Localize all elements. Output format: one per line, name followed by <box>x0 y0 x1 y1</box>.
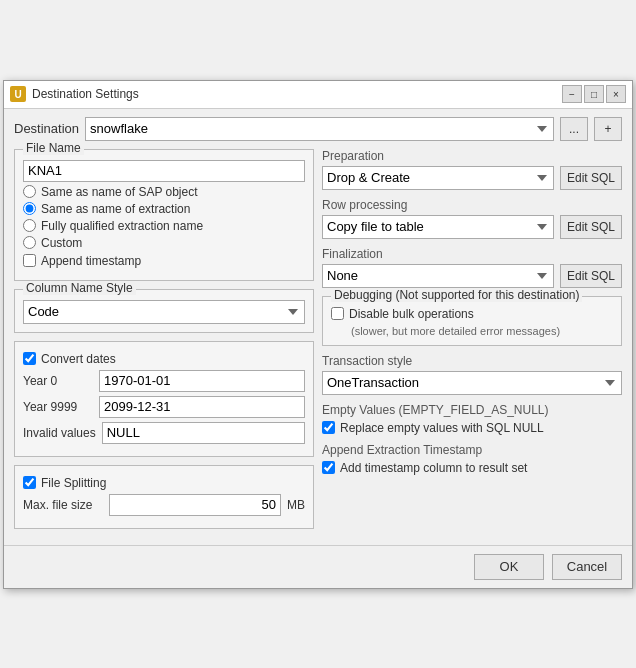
bottom-bar: OK Cancel <box>4 545 632 588</box>
radio-sap-row: Same as name of SAP object <box>23 185 305 199</box>
column-name-style-title: Column Name Style <box>23 281 136 295</box>
preparation-section: Preparation Drop & Create Create if not … <box>322 149 622 190</box>
finalization-row: None Custom Edit SQL <box>322 264 622 288</box>
debugging-title: Debugging (Not supported for this destin… <box>331 288 582 302</box>
cancel-button[interactable]: Cancel <box>552 554 622 580</box>
destination-select[interactable]: snowflake <box>85 117 554 141</box>
file-name-input[interactable] <box>23 160 305 182</box>
radio-extraction[interactable] <box>23 202 36 215</box>
append-timestamp-label: Append timestamp <box>41 254 141 268</box>
empty-values-section: Empty Values (EMPTY_FIELD_AS_NULL) Repla… <box>322 403 622 435</box>
file-splitting-row: File Splitting <box>23 476 305 490</box>
file-name-title: File Name <box>23 141 84 155</box>
radio-fully[interactable] <box>23 219 36 232</box>
year0-input[interactable] <box>99 370 305 392</box>
preparation-row: Drop & Create Create if not exists Trunc… <box>322 166 622 190</box>
maximize-button[interactable]: □ <box>584 85 604 103</box>
max-file-size-row: Max. file size MB <box>23 494 305 516</box>
file-splitting-checkbox[interactable] <box>23 476 36 489</box>
disable-bulk-checkbox[interactable] <box>331 307 344 320</box>
destination-settings-window: U Destination Settings − □ × Destination… <box>3 80 633 589</box>
file-splitting-group: File Splitting Max. file size MB <box>14 465 314 529</box>
finalization-section: Finalization None Custom Edit SQL <box>322 247 622 288</box>
app-icon: U <box>10 86 26 102</box>
ok-button[interactable]: OK <box>474 554 544 580</box>
replace-empty-label: Replace empty values with SQL NULL <box>340 421 544 435</box>
radio-fully-row: Fully qualified extraction name <box>23 219 305 233</box>
window-title: Destination Settings <box>32 87 562 101</box>
file-splitting-content: File Splitting Max. file size MB <box>23 476 305 516</box>
preparation-edit-sql-button[interactable]: Edit SQL <box>560 166 622 190</box>
transaction-style-select[interactable]: OneTransaction RowByRow <box>322 371 622 395</box>
finalization-title: Finalization <box>322 247 622 261</box>
convert-dates-label: Convert dates <box>41 352 116 366</box>
disable-bulk-row: Disable bulk operations <box>331 307 613 321</box>
left-panel: File Name Same as name of SAP object Sam… <box>14 149 314 537</box>
year9999-row: Year 9999 <box>23 396 305 418</box>
year9999-input[interactable] <box>99 396 305 418</box>
year0-row: Year 0 <box>23 370 305 392</box>
preparation-title: Preparation <box>322 149 622 163</box>
add-timestamp-row: Add timestamp column to result set <box>322 461 622 475</box>
year9999-label: Year 9999 <box>23 400 93 414</box>
transaction-style-section: Transaction style OneTransaction RowByRo… <box>322 354 622 395</box>
max-file-size-label: Max. file size <box>23 498 103 512</box>
column-name-style-content: Code Name Description <box>23 300 305 324</box>
add-timestamp-checkbox[interactable] <box>322 461 335 474</box>
convert-dates-checkbox[interactable] <box>23 352 36 365</box>
transaction-style-title: Transaction style <box>322 354 622 368</box>
column-name-style-group: Column Name Style Code Name Description <box>14 289 314 333</box>
file-name-content: Same as name of SAP object Same as name … <box>23 160 305 268</box>
row-processing-edit-sql-button[interactable]: Edit SQL <box>560 215 622 239</box>
file-size-input[interactable] <box>109 494 281 516</box>
destination-label: Destination <box>14 121 79 136</box>
row-processing-row: Copy file to table Insert Merge Edit SQL <box>322 215 622 239</box>
disable-bulk-label: Disable bulk operations <box>349 307 474 321</box>
row-processing-section: Row processing Copy file to table Insert… <box>322 198 622 239</box>
plus-button[interactable]: + <box>594 117 622 141</box>
destination-row: Destination snowflake ... + <box>14 117 622 141</box>
radio-sap[interactable] <box>23 185 36 198</box>
invalid-label: Invalid values <box>23 426 96 440</box>
replace-empty-row: Replace empty values with SQL NULL <box>322 421 622 435</box>
radio-fully-label: Fully qualified extraction name <box>41 219 203 233</box>
debug-note: (slower, but more detailed error message… <box>351 325 613 337</box>
year0-label: Year 0 <box>23 374 93 388</box>
append-extraction-section: Append Extraction Timestamp Add timestam… <box>322 443 622 475</box>
column-name-style-select[interactable]: Code Name Description <box>23 300 305 324</box>
minimize-button[interactable]: − <box>562 85 582 103</box>
invalid-input[interactable] <box>102 422 305 444</box>
convert-dates-content: Convert dates Year 0 Year 9999 Invalid v… <box>23 352 305 444</box>
radio-custom-label: Custom <box>41 236 82 250</box>
radio-extraction-label: Same as name of extraction <box>41 202 190 216</box>
debugging-content: Disable bulk operations (slower, but mor… <box>331 307 613 337</box>
titlebar: U Destination Settings − □ × <box>4 81 632 109</box>
convert-dates-group: Convert dates Year 0 Year 9999 Invalid v… <box>14 341 314 457</box>
append-extraction-title: Append Extraction Timestamp <box>322 443 622 457</box>
append-timestamp-checkbox[interactable] <box>23 254 36 267</box>
row-processing-select[interactable]: Copy file to table Insert Merge <box>322 215 554 239</box>
radio-custom[interactable] <box>23 236 36 249</box>
file-name-group: File Name Same as name of SAP object Sam… <box>14 149 314 281</box>
finalization-select[interactable]: None Custom <box>322 264 554 288</box>
right-panel: Preparation Drop & Create Create if not … <box>322 149 622 537</box>
titlebar-controls: − □ × <box>562 85 626 103</box>
file-splitting-label: File Splitting <box>41 476 106 490</box>
preparation-select[interactable]: Drop & Create Create if not exists Trunc… <box>322 166 554 190</box>
radio-sap-label: Same as name of SAP object <box>41 185 198 199</box>
replace-empty-checkbox[interactable] <box>322 421 335 434</box>
close-button[interactable]: × <box>606 85 626 103</box>
append-timestamp-row: Append timestamp <box>23 254 305 268</box>
add-timestamp-label: Add timestamp column to result set <box>340 461 527 475</box>
debugging-group: Debugging (Not supported for this destin… <box>322 296 622 346</box>
main-content: Destination snowflake ... + File Name Sa <box>4 109 632 545</box>
finalization-edit-sql-button[interactable]: Edit SQL <box>560 264 622 288</box>
main-panels: File Name Same as name of SAP object Sam… <box>14 149 622 537</box>
radio-extraction-row: Same as name of extraction <box>23 202 305 216</box>
invalid-row: Invalid values <box>23 422 305 444</box>
convert-dates-row: Convert dates <box>23 352 305 366</box>
empty-values-title: Empty Values (EMPTY_FIELD_AS_NULL) <box>322 403 622 417</box>
radio-custom-row: Custom <box>23 236 305 250</box>
dots-button[interactable]: ... <box>560 117 588 141</box>
row-processing-title: Row processing <box>322 198 622 212</box>
